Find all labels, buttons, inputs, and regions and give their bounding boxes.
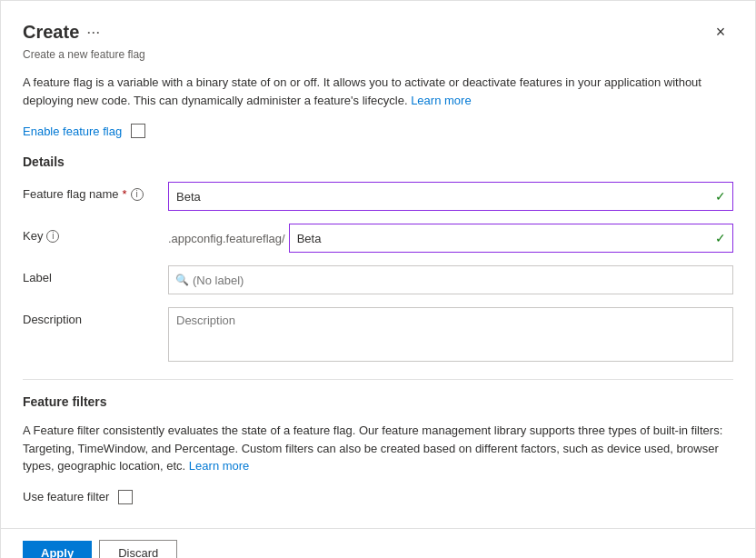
apply-button[interactable]: Apply [23,541,92,559]
key-input[interactable] [289,224,733,253]
details-section-title: Details [23,154,733,169]
use-filter-label: Use feature filter [23,490,109,503]
intro-body: A feature flag is a variable with a bina… [23,75,701,107]
footer: Apply Discard [1,528,755,559]
use-feature-filter-row: Use feature filter [23,490,733,504]
filter-learn-more-link[interactable]: Learn more [189,459,249,473]
key-label: Key i [23,224,168,243]
feature-flag-name-info-icon[interactable]: i [131,188,144,201]
label-input[interactable] [168,265,733,294]
key-row: Key i .appconfig.featureflag/ ✓ [23,224,733,253]
description-row: Description [23,307,733,364]
description-control [168,307,733,364]
required-star: * [123,187,127,201]
key-prefix: .appconfig.featureflag/ [168,232,289,245]
key-control: .appconfig.featureflag/ ✓ [168,224,733,253]
ellipsis-menu[interactable]: ··· [86,23,100,42]
intro-learn-more-link[interactable]: Learn more [411,94,471,107]
enable-label: Enable feature flag [23,125,122,138]
enable-feature-row: Enable feature flag [23,124,733,138]
label-label: Label [23,265,168,284]
feature-flag-name-control: ✓ [168,182,733,211]
key-input-wrapper: ✓ [289,224,733,253]
filter-description: A Feature filter consistently evaluates … [23,422,733,475]
panel-subtitle: Create a new feature flag [23,48,733,61]
discard-button[interactable]: Discard [99,540,177,559]
feature-flag-name-check-icon: ✓ [715,189,726,204]
key-check-icon: ✓ [715,231,726,245]
feature-flag-name-label: Feature flag name * i [23,182,168,201]
feature-flag-name-input[interactable] [168,182,733,211]
section-divider [23,379,733,380]
use-feature-filter-checkbox[interactable] [118,490,133,504]
key-info-icon[interactable]: i [46,230,59,243]
title-row: Create ··· [23,22,100,43]
feature-filters-title: Feature filters [23,394,733,409]
description-label: Description [23,307,168,326]
create-panel: Create ··· × Create a new feature flag A… [0,0,756,558]
panel-header: Create ··· × [23,19,733,45]
key-input-row: .appconfig.featureflag/ ✓ [168,224,733,253]
label-search-icon: 🔍 [175,274,189,286]
feature-flag-name-row: Feature flag name * i ✓ [23,182,733,211]
description-textarea[interactable] [168,307,733,362]
feature-flag-name-input-wrapper: ✓ [168,182,733,211]
label-row: Label 🔍 [23,265,733,294]
intro-text: A feature flag is a variable with a bina… [23,74,733,109]
filter-description-text: A Feature filter consistently evaluates … [23,423,722,473]
panel-title: Create [23,22,79,43]
enable-checkbox[interactable] [131,124,145,138]
close-button[interactable]: × [708,19,733,45]
label-control: 🔍 [168,265,733,294]
label-input-wrapper: 🔍 [168,265,733,294]
